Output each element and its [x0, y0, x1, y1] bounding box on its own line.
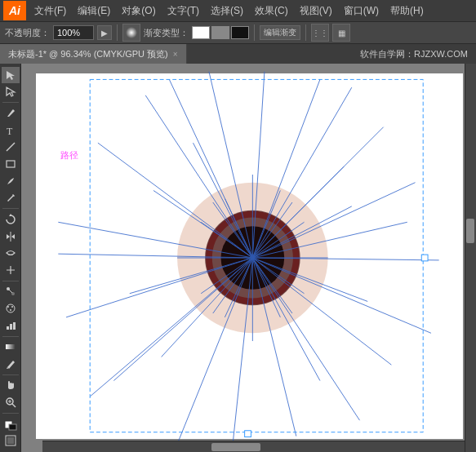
tool-sep-3 [2, 281, 19, 281]
path-label: 路径 [60, 149, 78, 162]
separator-3 [305, 24, 306, 41]
edit-gradient-btn[interactable]: 编辑渐变 [260, 25, 300, 40]
svg-marker-9 [11, 234, 15, 239]
opacity-input[interactable] [53, 25, 94, 40]
svg-rect-17 [7, 326, 9, 330]
tab-close-btn[interactable]: × [173, 50, 178, 59]
tool-screen-mode[interactable] [2, 432, 20, 449]
svg-marker-1 [7, 71, 15, 80]
tool-sep-1 [2, 102, 19, 103]
gradient-type-label: 渐变类型： [144, 27, 189, 39]
tool-line[interactable] [2, 140, 20, 156]
tool-sep-4 [2, 336, 19, 337]
bottom-scrollbar[interactable] [42, 441, 465, 452]
menu-file[interactable]: 文件(F) [29, 2, 71, 20]
tool-blend[interactable] [2, 284, 20, 300]
panel-icon[interactable]: ▦ [332, 24, 350, 42]
bottom-scroll-thumb[interactable] [211, 443, 260, 451]
svg-rect-18 [10, 324, 12, 330]
gradient-swatches [192, 26, 249, 39]
illustration-svg [21, 64, 476, 452]
toolbar: 不透明度： ▶ 渐变类型： 编辑渐变 ⋮⋮ ▦ [0, 21, 476, 44]
tool-width[interactable] [2, 262, 20, 278]
svg-rect-5 [7, 161, 15, 167]
tool-rotate[interactable] [2, 211, 20, 228]
svg-line-22 [12, 404, 16, 407]
left-toolbar: T [0, 64, 21, 452]
tool-pen[interactable] [2, 105, 20, 122]
separator-2 [254, 24, 255, 41]
svg-rect-26 [9, 424, 16, 430]
separator-1 [117, 24, 118, 41]
svg-rect-19 [13, 322, 16, 330]
svg-rect-81 [421, 255, 428, 261]
svg-marker-2 [7, 87, 15, 96]
canvas-area: 路径 [21, 64, 476, 452]
tool-column-graph[interactable] [2, 317, 20, 334]
tool-paintbrush[interactable] [2, 173, 20, 189]
tool-hand[interactable] [2, 378, 20, 394]
menu-text[interactable]: 文字(T) [162, 2, 204, 20]
tool-zoom[interactable] [2, 394, 20, 410]
website-label: 软件自学网：RJZXW.COM [360, 48, 476, 60]
gradient-thumb-icon[interactable] [122, 24, 140, 42]
tool-sep-5 [2, 374, 19, 375]
swatch-black[interactable] [231, 26, 249, 39]
svg-line-4 [7, 143, 15, 151]
svg-marker-8 [7, 234, 10, 239]
tool-eyedropper[interactable] [2, 356, 20, 372]
menu-edit[interactable]: 编辑(E) [73, 2, 115, 20]
swatch-white[interactable] [192, 26, 210, 39]
svg-point-16 [10, 309, 11, 311]
tool-direct-select[interactable] [2, 84, 20, 100]
right-scroll-thumb[interactable] [466, 219, 474, 243]
tool-select[interactable] [2, 67, 20, 83]
tab-main[interactable]: 未标题-1* @ 96.34% (CMYK/GPU 预览) × [0, 44, 187, 64]
tool-sep-6 [2, 413, 19, 414]
svg-point-14 [7, 306, 9, 308]
tool-symbolspray[interactable] [2, 300, 20, 317]
tool-warp[interactable] [2, 245, 20, 261]
menu-select[interactable]: 选择(S) [206, 2, 248, 20]
svg-rect-80 [245, 431, 251, 437]
menu-bar: 文件(F) 编辑(E) 对象(O) 文字(T) 选择(S) 效果(C) 视图(V… [29, 2, 473, 20]
tool-gradient[interactable] [2, 339, 20, 355]
swatch-gray[interactable] [211, 26, 229, 39]
menu-object[interactable]: 对象(O) [117, 2, 160, 20]
menu-view[interactable]: 视图(V) [295, 2, 337, 20]
svg-line-12 [9, 290, 12, 293]
svg-point-13 [7, 304, 15, 312]
options-icon[interactable]: ⋮⋮ [311, 24, 329, 42]
svg-rect-20 [6, 344, 16, 349]
svg-rect-28 [7, 437, 14, 444]
tool-rect[interactable] [2, 156, 20, 172]
menu-help[interactable]: 帮助(H) [385, 2, 429, 20]
opacity-arrow[interactable]: ▶ [97, 25, 112, 40]
opacity-label: 不透明度： [5, 27, 50, 39]
menu-window[interactable]: 窗口(W) [339, 2, 384, 20]
tool-sep-2 [2, 208, 19, 209]
tab-title: 未标题-1* @ 96.34% (CMYK/GPU 预览) [8, 48, 168, 60]
main-area: T [0, 64, 476, 452]
tool-mirror[interactable] [2, 228, 20, 245]
title-bar: Ai 文件(F) 编辑(E) 对象(O) 文字(T) 选择(S) 效果(C) 视… [0, 0, 476, 21]
right-scrollbar[interactable] [465, 64, 476, 452]
tool-pencil[interactable] [2, 189, 20, 206]
tool-type[interactable]: T [2, 122, 20, 139]
tool-fill-stroke[interactable] [2, 416, 20, 432]
tab-bar: 未标题-1* @ 96.34% (CMYK/GPU 预览) × 软件自学网：RJ… [0, 44, 476, 64]
menu-effect[interactable]: 效果(C) [250, 2, 293, 20]
svg-text:T: T [7, 126, 13, 136]
svg-point-0 [126, 27, 137, 38]
svg-point-15 [11, 306, 13, 308]
ai-logo: Ai [3, 1, 26, 20]
